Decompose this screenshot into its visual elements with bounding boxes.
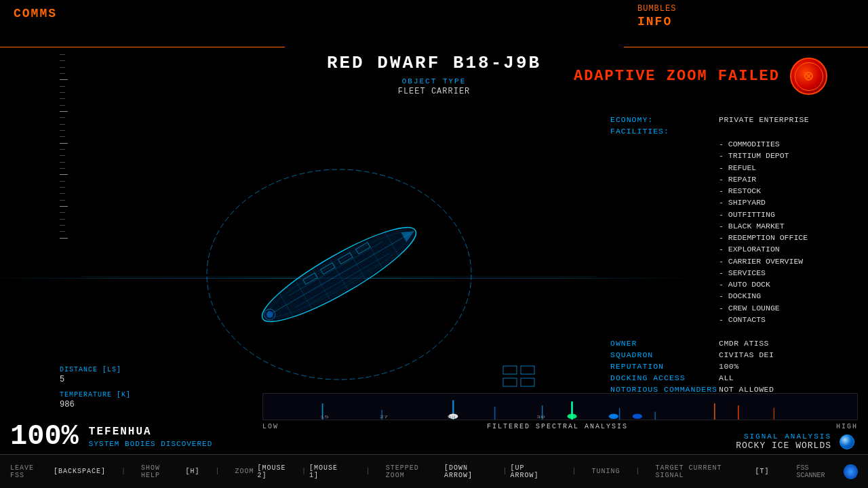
sep3: |	[366, 468, 370, 475]
facilities-key: FACILITIES:	[610, 127, 719, 136]
reputation-key: REPUTATION	[610, 362, 719, 371]
comms-label: COMMS	[14, 7, 271, 20]
economy-key: ECONOMY:	[610, 115, 719, 124]
object-type-value: FLEET CARRIER	[264, 87, 604, 96]
show-help-label: SHOW HELP	[141, 464, 182, 479]
target-signal-key: [T]	[755, 468, 770, 475]
zoom-group: ZOOM [MOUSE 2] | [MOUSE 1]	[235, 464, 350, 479]
spectral-analysis-area: 15 27 58 30 LOW FILTERED SPECTRAL ANALYS…	[262, 393, 858, 430]
target-signal-group: TARGET CURRENT SIGNAL [T]	[655, 464, 769, 479]
facilities-list: - COMMODITIES- TRITIUM DEPOT- REFUEL- RE…	[719, 138, 848, 325]
scale-tick	[60, 60, 65, 66]
spectral-high: HIGH	[836, 423, 858, 430]
facility-item: - CREW LOUNGE	[719, 302, 848, 314]
squadron-row: SQUADRON CIVITAS DEI	[610, 350, 848, 359]
system-sub: SYSTEM BODIES DISCOVERED	[89, 440, 212, 448]
facility-item: - REFUEL	[719, 162, 848, 174]
scale-tick	[60, 98, 65, 104]
leave-fss-key: [BACKSPACE]	[54, 468, 106, 475]
adaptive-zoom-icon	[790, 58, 827, 95]
bottom-right-info: SIGNAL ANALYSIS ROCKY ICE WORLDS	[736, 432, 854, 451]
comms-section: COMMS	[0, 0, 285, 47]
owner-value: CMDR ATISS	[719, 339, 769, 348]
svg-point-43	[633, 413, 642, 419]
tuning-label: TUNING	[591, 468, 620, 475]
scale-tick	[60, 79, 68, 85]
facility-item: - TRITIUM DEPOT	[719, 150, 848, 161]
svg-text:30: 30	[536, 415, 545, 420]
facility-item: - SERVICES	[719, 267, 848, 279]
spectral-svg: 15 27 58 30	[263, 394, 857, 420]
docking-access-key: DOCKING ACCESS	[610, 373, 719, 382]
scale-tick	[60, 92, 65, 98]
facility-item: - CARRIER OVERVIEW	[719, 256, 848, 267]
reputation-value: 100%	[719, 362, 739, 371]
right-info-panel: ECONOMY: PRIVATE ENTERPRISE FACILITIES: …	[610, 115, 848, 420]
spectral-low: LOW	[262, 423, 279, 430]
temperature-value: 986	[60, 400, 131, 409]
facility-item: - CONTACTS	[719, 314, 848, 325]
system-info: TEFENHUA SYSTEM BODIES DISCOVERED	[89, 422, 212, 448]
svg-rect-25	[521, 366, 534, 374]
svg-text:27: 27	[380, 415, 389, 420]
fss-scanner-group: FSS SCANNER	[797, 464, 858, 479]
signal-dot-icon	[840, 434, 854, 449]
svg-rect-27	[521, 378, 534, 386]
bottom-left-info: 100% TEFENHUA SYSTEM BODIES DISCOVERED	[10, 422, 212, 451]
facility-item: - AUTO DOCK	[719, 279, 848, 290]
top-bar: COMMS BUMBLES INFO	[0, 0, 868, 47]
scale-tick	[60, 86, 65, 92]
sep2: |	[215, 468, 219, 475]
zoom-key1: [MOUSE 2]	[258, 464, 299, 479]
fss-scanner-label: FSS SCANNER	[797, 464, 840, 479]
svg-rect-26	[503, 378, 517, 386]
center-title-area: RED DWARF B18-J9B OBJECT TYPE FLEET CARR…	[264, 47, 604, 96]
zoom-key2: [MOUSE 1]	[309, 464, 351, 479]
target-signal-label: TARGET CURRENT SIGNAL	[655, 464, 751, 479]
docking-access-value: ALL	[719, 373, 734, 382]
facilities-row: FACILITIES:	[610, 127, 848, 136]
top-center-spacer	[285, 0, 624, 47]
scale-tick	[60, 54, 65, 60]
svg-text:15: 15	[320, 415, 329, 420]
signal-text-group: SIGNAL ANALYSIS ROCKY ICE WORLDS	[736, 432, 831, 451]
temperature-label: TEMPERATURE [K]	[60, 391, 131, 399]
leave-fss-group: LEAVE FSS [BACKSPACE]	[10, 464, 106, 479]
facility-item: - EXPLORATION	[719, 243, 848, 255]
ship-visualization	[81, 156, 597, 400]
facility-item: - RESTOCK	[719, 185, 848, 197]
system-name: TEFENHUA	[89, 426, 212, 438]
facility-item: - REDEMPTION OFFICE	[719, 232, 848, 243]
sep1: |	[121, 468, 125, 475]
show-help-group: SHOW HELP [H]	[141, 464, 200, 479]
spectral-bar: 15 27 58 30	[262, 393, 858, 420]
percent-display: 100%	[10, 422, 79, 451]
bottom-bar: LEAVE FSS [BACKSPACE] | SHOW HELP [H] | …	[0, 454, 868, 488]
stepped-zoom-label: STEPPED ZOOM	[386, 464, 441, 479]
scale-tick	[60, 67, 65, 73]
distance-label: DISTANCE [LS]	[60, 366, 131, 373]
distance-value: 5	[60, 375, 131, 384]
economy-value: PRIVATE ENTERPRISE	[719, 115, 809, 124]
scale-tick	[60, 105, 65, 111]
object-type-label: OBJECT TYPE	[264, 77, 604, 85]
signal-type: ROCKY ICE WORLDS	[736, 441, 831, 451]
facility-item: - COMMODITIES	[719, 138, 848, 150]
spectral-title: FILTERED SPECTRAL ANALYSIS	[487, 423, 628, 430]
economy-row: ECONOMY: PRIVATE ENTERPRISE	[610, 115, 848, 124]
show-help-key: [H]	[185, 468, 199, 475]
stepped-zoom-key2: [UP ARROW]	[511, 464, 557, 479]
svg-text:58: 58	[448, 415, 456, 420]
fss-scanner-icon	[844, 464, 858, 479]
leave-fss-label: LEAVE FSS	[10, 464, 50, 479]
owner-key: OWNER	[610, 339, 719, 348]
owner-row: OWNER CMDR ATISS	[610, 339, 848, 348]
adaptive-zoom-text: ADAPTIVE ZOOM FAILED	[574, 68, 780, 85]
sep4: |	[572, 468, 576, 475]
stepped-zoom-group: STEPPED ZOOM [DOWN ARROW] | [UP ARROW]	[386, 464, 557, 479]
adaptive-zoom-area: ADAPTIVE ZOOM FAILED	[574, 58, 827, 95]
spectral-label-row: LOW FILTERED SPECTRAL ANALYSIS HIGH	[262, 423, 858, 430]
reputation-row: REPUTATION 100%	[610, 362, 848, 371]
signal-analysis-label: SIGNAL ANALYSIS	[736, 432, 831, 441]
facility-item: - BLACK MARKET	[719, 220, 848, 232]
